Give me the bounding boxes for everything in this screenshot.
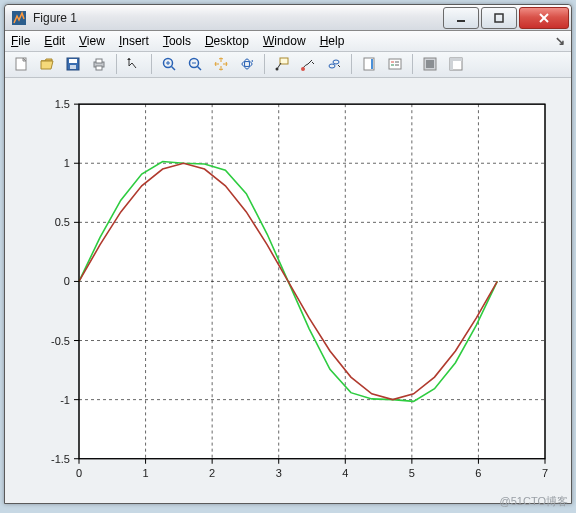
svg-text:4: 4: [342, 467, 348, 479]
svg-point-20: [245, 59, 250, 69]
svg-text:6: 6: [475, 467, 481, 479]
show-plot-tools-button[interactable]: [444, 52, 468, 76]
figure-window: Figure 1 File Edit View Insert Tools Des…: [4, 4, 572, 504]
svg-text:2: 2: [209, 467, 215, 479]
app-icon: [11, 10, 27, 26]
zoom-in-button[interactable]: [157, 52, 181, 76]
svg-point-23: [301, 67, 305, 71]
svg-point-19: [242, 62, 252, 67]
menu-view[interactable]: View: [79, 34, 105, 48]
pan-button[interactable]: [209, 52, 233, 76]
link-data-button[interactable]: [322, 52, 346, 76]
titlebar[interactable]: Figure 1: [5, 5, 571, 31]
svg-rect-34: [426, 60, 434, 68]
svg-rect-7: [69, 59, 77, 63]
svg-rect-2: [495, 14, 503, 22]
menu-window[interactable]: Window: [263, 34, 306, 48]
dock-icon[interactable]: ↘: [555, 34, 565, 48]
svg-line-17: [198, 67, 202, 71]
menu-desktop[interactable]: Desktop: [205, 34, 249, 48]
minimize-button[interactable]: [443, 7, 479, 29]
svg-point-25: [333, 60, 339, 64]
svg-rect-37: [450, 58, 453, 70]
maximize-button[interactable]: [481, 7, 517, 29]
svg-point-22: [276, 68, 279, 71]
svg-text:7: 7: [542, 467, 548, 479]
zoom-out-button[interactable]: [183, 52, 207, 76]
svg-point-24: [329, 64, 335, 68]
open-button[interactable]: [35, 52, 59, 76]
watermark: @51CTO博客: [500, 494, 568, 509]
svg-text:-0.5: -0.5: [51, 335, 70, 347]
window-title: Figure 1: [33, 11, 77, 25]
svg-text:5: 5: [409, 467, 415, 479]
svg-rect-8: [70, 65, 76, 69]
svg-rect-27: [371, 59, 373, 69]
save-button[interactable]: [61, 52, 85, 76]
svg-rect-28: [389, 59, 401, 69]
menu-edit[interactable]: Edit: [44, 34, 65, 48]
data-cursor-button[interactable]: [270, 52, 294, 76]
new-figure-button[interactable]: [9, 52, 33, 76]
insert-legend-button[interactable]: [383, 52, 407, 76]
svg-text:1: 1: [143, 467, 149, 479]
svg-text:0: 0: [76, 467, 82, 479]
menu-file[interactable]: File: [11, 34, 30, 48]
edit-plot-button[interactable]: [122, 52, 146, 76]
axes[interactable]: 01234567-1.5-1-0.500.511.5: [11, 84, 565, 497]
svg-rect-11: [96, 66, 102, 70]
svg-line-13: [172, 67, 176, 71]
svg-text:0: 0: [64, 275, 70, 287]
rotate-3d-button[interactable]: [235, 52, 259, 76]
menu-help[interactable]: Help: [320, 34, 345, 48]
close-button[interactable]: [519, 7, 569, 29]
svg-text:1: 1: [64, 157, 70, 169]
svg-text:0.5: 0.5: [55, 216, 70, 228]
hide-plot-tools-button[interactable]: [418, 52, 442, 76]
menu-tools[interactable]: Tools: [163, 34, 191, 48]
print-button[interactable]: [87, 52, 111, 76]
svg-text:3: 3: [276, 467, 282, 479]
toolbar: [5, 52, 571, 78]
brush-button[interactable]: [296, 52, 320, 76]
svg-rect-21: [280, 58, 288, 64]
svg-text:1.5: 1.5: [55, 98, 70, 110]
menu-bar: File Edit View Insert Tools Desktop Wind…: [5, 31, 571, 52]
insert-colorbar-button[interactable]: [357, 52, 381, 76]
menu-insert[interactable]: Insert: [119, 34, 149, 48]
svg-rect-10: [96, 59, 102, 63]
svg-text:-1: -1: [60, 394, 70, 406]
svg-text:-1.5: -1.5: [51, 453, 70, 465]
